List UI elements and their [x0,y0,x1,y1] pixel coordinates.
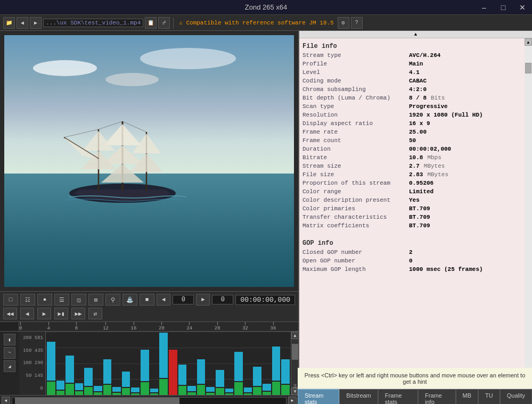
bar-cyan [150,389,159,392]
info-row: Color rangeLimited [302,187,521,196]
bar-group-3 [75,383,84,395]
goto-end-button[interactable]: ▶▶ [71,308,85,319]
bar-green [263,392,271,395]
bar-green [187,392,196,395]
scroll-top-btn[interactable]: ▲ [299,31,532,38]
timeline-thumb[interactable] [15,398,179,404]
bar-cyan [94,386,102,391]
info-row: Chroma subsampling4:2:0 [302,85,521,94]
ruler-tick-32: 32 [242,322,248,331]
timeline-area: 0481216202428323640 ▮ ~ ◢ 200 581 150 43… [0,321,298,404]
info-row: Resolution1920 x 1080 (Full HD) [302,111,521,119]
crop-button[interactable]: ⛲ [122,294,137,306]
chart-type-line[interactable]: ~ [4,347,15,359]
chart-type-bar[interactable]: ▮ [4,334,15,345]
list-button[interactable]: ☰ [54,294,69,306]
grid-button[interactable]: ☷ [20,294,35,306]
ruler-tick-12: 12 [103,322,109,331]
bar-green [56,391,65,395]
frame-back-btn[interactable]: ◄ [157,294,170,306]
goto-start-button[interactable]: ◀◀ [3,308,17,319]
gop-row: Open GOP number0 [302,257,521,265]
play-button[interactable]: ▶ [37,308,51,319]
ruler-tick-4: 4 [47,322,50,331]
gop-row: Closed GOP number2 [302,248,521,257]
bar-group-12 [159,333,168,395]
zoom-button[interactable]: ⚲ [105,294,120,306]
tab-mb[interactable]: MB [456,389,479,404]
left-panel: □ ☷ ● ☰ ◫ ⊞ ⚲ ⛲ ■ ◄ 0 ► 0 00:00:00,000 ◀… [0,31,298,404]
maximize-button[interactable]: □ [494,0,513,15]
back-button[interactable]: ◀ [17,17,28,29]
bar-green [281,385,290,395]
select-button[interactable]: ■ [140,294,154,306]
bar-group-6 [103,359,112,395]
timeline-scrollbar[interactable] [12,397,287,405]
rs-up-btn[interactable]: ▲ [525,38,532,46]
prev-frame-button[interactable]: ◀ [20,308,34,319]
warning-text: ⚠ Compatible with reference software JM … [177,19,335,26]
bar-group-24 [272,347,281,395]
next-frame-button[interactable]: ▶▮ [54,308,68,319]
tab-frame-stats[interactable]: Frame stats [378,389,418,404]
ruler-tick-16: 16 [131,322,137,331]
scroll-left-btn[interactable]: ◄ [2,397,10,405]
bar-group-23 [263,384,271,395]
bar-green [206,393,215,395]
tab-bitstream[interactable]: Bitstream [339,389,378,404]
bar-green [272,382,281,395]
info-row: Color description presentYes [302,196,521,204]
grid2-button[interactable]: ⊞ [88,294,103,306]
table-button[interactable]: ◫ [71,294,86,306]
bar-cyan [197,359,206,384]
close-button[interactable]: ✕ [513,0,532,15]
bar-green [75,391,84,395]
bar-green [94,392,102,395]
gop-info-title: GOP info [302,240,521,247]
info-row: Display aspect ratio16 x 9 [302,119,521,128]
controls-row-2: ◀◀ ◀ ▶ ▶▮ ▶▶ ⇄ [3,308,295,319]
bar-group-9 [131,387,140,395]
nav-label: HEV [292,384,297,392]
bar-cyan [131,387,140,392]
copy-button[interactable]: 📋 [145,17,157,29]
frame-step-btn[interactable]: ► [196,294,210,306]
info-row: ProfileMain [302,60,521,68]
loop-button[interactable]: ⇄ [88,308,102,319]
info-row: Transfer characteristicsBT.709 [302,213,521,221]
tab-stream-stats[interactable]: Stream stats [298,389,339,404]
bar-cyan [244,387,252,392]
minimize-button[interactable]: – [474,0,494,15]
cloud-3 [105,73,159,86]
bar-group-2 [66,356,74,395]
y-label-4: 50 145 [26,373,43,378]
bar-red [169,350,177,395]
bars-container [46,332,291,395]
tab-tu[interactable]: TU [478,389,500,404]
open-file-button[interactable]: 📁 [3,17,15,29]
chart-type-area[interactable]: ◢ [4,360,15,372]
window-controls: – □ ✕ [474,0,532,15]
tab-quality[interactable]: Quality [500,389,532,404]
scroll-right-btn[interactable]: ► [288,397,297,405]
rs-thumb[interactable] [525,63,531,73]
toggle-view-button[interactable]: □ [3,294,18,306]
tab-frame-info[interactable]: Frame info [418,389,456,404]
color-button[interactable]: ● [37,294,52,306]
ship-svg [48,111,197,207]
file-info-button[interactable]: ☍ [158,17,170,29]
bar-cyan [253,367,261,386]
scroll-up-btn[interactable]: ▲ [291,332,298,339]
bar-green [103,385,112,395]
y-label-1: 200 581 [23,335,43,341]
cloud-2 [140,48,236,69]
forward-button[interactable]: ▶ [30,17,42,29]
hint-bar: Press <Ctrl> key or left and right mouse… [298,368,532,389]
y-label-2: 150 435 [23,348,43,353]
window-title: Zond 265 x64 [245,3,288,11]
help-button[interactable]: ? [351,17,363,29]
scroll-thumb[interactable] [292,344,298,360]
gop-rows: Closed GOP number2Open GOP number0Maximu… [302,248,521,274]
info-row: File size2.83MBytes [302,170,521,179]
settings-button[interactable]: ⚙ [338,17,349,29]
